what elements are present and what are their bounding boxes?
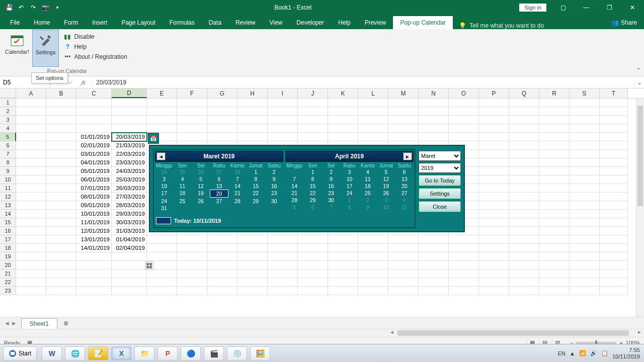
cell[interactable] (76, 124, 112, 133)
cell[interactable] (479, 218, 509, 227)
select-all-corner[interactable] (0, 88, 16, 98)
tab-developer[interactable]: Developer (289, 16, 331, 29)
row-header[interactable]: 7 (0, 150, 16, 158)
cell[interactable] (298, 244, 328, 252)
cell[interactable] (16, 235, 46, 244)
horizontal-scrollbar[interactable]: ◄ ► (0, 329, 644, 337)
calendar-day[interactable]: 1 (340, 197, 358, 204)
cell[interactable] (237, 287, 268, 295)
taskbar-excel-icon[interactable]: X (111, 346, 131, 360)
calendar-day[interactable]: 10 (155, 183, 173, 190)
cell[interactable] (76, 107, 112, 116)
calendar-day[interactable]: 31 (155, 205, 173, 212)
calendar-day[interactable]: 30 (265, 198, 283, 205)
calendar-day[interactable]: 22 (303, 190, 321, 197)
cell[interactable] (298, 124, 328, 133)
cell[interactable] (509, 193, 539, 201)
calendar-day[interactable]: 21 (228, 190, 247, 198)
cell[interactable] (298, 287, 328, 295)
taskbar-powerpoint-icon[interactable]: P (157, 346, 178, 360)
cell[interactable] (449, 107, 479, 116)
calendar-day[interactable]: 15 (303, 183, 321, 190)
cell[interactable] (600, 175, 628, 184)
cell[interactable] (16, 107, 46, 116)
camera-icon[interactable]: 📷 (41, 4, 49, 12)
cell[interactable]: 06/01/2019 (76, 175, 112, 184)
row-header[interactable]: 4 (0, 124, 16, 133)
cell[interactable] (207, 261, 237, 269)
calendar-day[interactable]: 28 (285, 197, 303, 204)
cell[interactable] (147, 244, 177, 252)
cell[interactable] (449, 133, 479, 141)
cell[interactable] (539, 158, 570, 167)
cell[interactable] (16, 193, 46, 201)
fx-icon[interactable]: 𝑓𝑥 (79, 79, 87, 86)
cell[interactable] (147, 278, 177, 287)
calendar-day[interactable]: 11 (395, 204, 414, 211)
cell[interactable] (570, 99, 600, 107)
calendar-day[interactable]: 7 (285, 175, 303, 183)
enter-formula-icon[interactable]: ✓ (67, 79, 74, 86)
cell[interactable] (600, 235, 628, 244)
cell[interactable] (600, 107, 628, 116)
cell[interactable] (570, 124, 600, 133)
cell[interactable] (177, 261, 207, 269)
cell[interactable]: 31/03/2019 (112, 227, 147, 235)
cell[interactable]: 14/01/2019 (76, 244, 112, 252)
cell[interactable] (207, 107, 237, 116)
cell[interactable] (509, 107, 539, 116)
cell[interactable] (600, 141, 628, 150)
cell[interactable] (419, 235, 449, 244)
calendar-day[interactable]: 26 (192, 198, 210, 205)
cell[interactable] (147, 235, 177, 244)
calendar-day[interactable]: 4 (173, 175, 191, 183)
tab-formulas[interactable]: Formulas (163, 16, 202, 29)
cell[interactable] (328, 278, 358, 287)
calendar-day[interactable]: 15 (247, 183, 265, 190)
calendar-day[interactable]: 9 (359, 204, 377, 211)
tray-volume-icon[interactable]: 🔊 (590, 350, 597, 356)
cell[interactable] (509, 269, 539, 278)
row-header[interactable]: 18 (0, 244, 16, 252)
cell[interactable] (16, 167, 46, 175)
cell[interactable] (207, 244, 237, 252)
calendar-day[interactable]: 1 (247, 168, 265, 175)
cell[interactable] (112, 124, 147, 133)
cell[interactable] (539, 227, 570, 235)
cell[interactable]: 23/03/2019 (112, 158, 147, 167)
cell[interactable] (570, 201, 600, 210)
cell[interactable] (539, 133, 570, 141)
cell[interactable] (479, 175, 509, 184)
cell[interactable] (388, 124, 419, 133)
cell[interactable] (479, 210, 509, 218)
cell[interactable] (388, 287, 419, 295)
spreadsheet-grid[interactable]: ABCDEFGHIJKLMNOPQRST 1234501/01/201920/0… (0, 88, 644, 317)
col-header-P[interactable]: P (479, 88, 509, 98)
cell[interactable] (328, 107, 358, 116)
cell[interactable]: 20/03/2019 (112, 133, 147, 141)
tab-insert[interactable]: Insert (85, 16, 114, 29)
cell[interactable] (509, 227, 539, 235)
cell[interactable]: 26/03/2019 (112, 184, 147, 193)
cell[interactable] (268, 269, 298, 278)
cell[interactable] (328, 116, 358, 124)
cell[interactable] (147, 269, 177, 278)
calendar-day[interactable]: 7 (322, 204, 340, 211)
cell[interactable] (509, 252, 539, 261)
tab-help[interactable]: Help (331, 16, 358, 29)
calendar-day[interactable]: 13 (395, 175, 414, 183)
calendar-day[interactable]: 17 (155, 190, 173, 198)
calendar-day[interactable]: 14 (228, 183, 247, 190)
col-header-L[interactable]: L (358, 88, 388, 98)
cell[interactable] (268, 244, 298, 252)
cell[interactable] (388, 278, 419, 287)
cell[interactable] (449, 269, 479, 278)
cell[interactable] (358, 252, 388, 261)
cell[interactable] (268, 261, 298, 269)
cell[interactable] (177, 278, 207, 287)
col-header-G[interactable]: G (207, 88, 237, 98)
calendar-day[interactable]: 12 (192, 183, 210, 190)
col-header-D[interactable]: D (112, 88, 147, 98)
cell[interactable] (479, 261, 509, 269)
cell[interactable] (479, 141, 509, 150)
